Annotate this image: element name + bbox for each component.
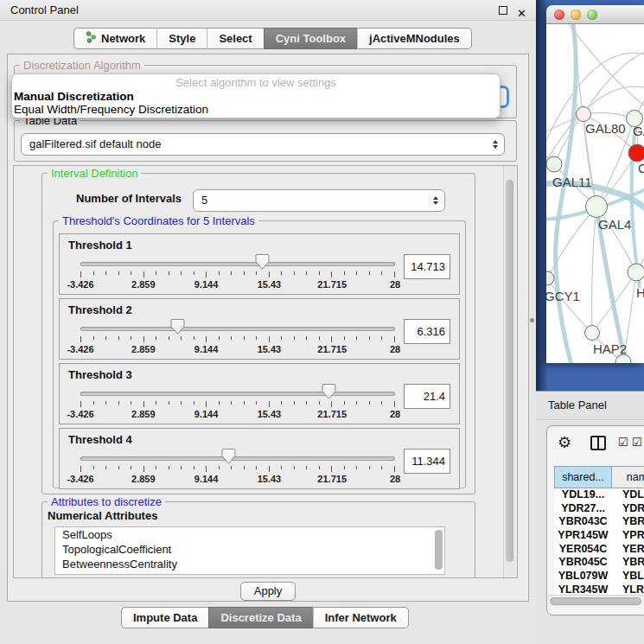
algorithm-option-equal-width-frequency-discretization[interactable]: Equal Width/Frequency Discretization [12, 103, 500, 116]
network-node-gcy1[interactable] [546, 271, 554, 285]
cell-name[interactable]: YBR0 [612, 515, 644, 529]
network-node-gal4[interactable] [586, 196, 608, 218]
slider-ticks [80, 336, 395, 342]
numerical-attributes-list[interactable]: SelfLoopsTopologicalCoefficientBetweenne… [54, 526, 445, 575]
threshold-4-value-input[interactable] [404, 449, 450, 474]
threshold-1-panel: Threshold 1-3.4262.8599.14415.4321.71528 [59, 233, 460, 295]
network-node-hap2[interactable] [585, 326, 600, 341]
threshold-1-slider-thumb[interactable] [255, 253, 270, 271]
tick-label: 21.715 [317, 474, 347, 484]
apply-button[interactable]: Apply [240, 582, 296, 601]
table-horizontal-scrollbar[interactable] [548, 595, 644, 606]
attributes-scrollbar-thumb[interactable] [435, 530, 443, 570]
cell-shared-name[interactable]: YER054C [554, 543, 612, 557]
threshold-2-slider-thumb[interactable] [170, 318, 185, 335]
table-data-combo[interactable]: galFiltered.sif default node [21, 133, 505, 156]
table-row[interactable]: YBL079WYBL0 [554, 570, 644, 583]
attribute-item-topologicalcoefficient[interactable]: TopologicalCoefficient [55, 542, 444, 557]
tick-mark [131, 336, 131, 340]
network-node-right[interactable] [628, 264, 644, 281]
float-panel-icon[interactable] [499, 6, 507, 15]
threshold-1-value-input[interactable] [404, 254, 450, 279]
desktop-background: GAL80GACGAL11GAL4GCY1HHAP2 [536, 0, 644, 391]
table-scrollbar-thumb[interactable] [550, 597, 641, 605]
cell-name[interactable]: YBL0 [612, 570, 644, 583]
threshold-2-slider-track[interactable] [80, 327, 395, 331]
threshold-4-slider-track[interactable] [80, 456, 395, 461]
cell-name[interactable]: YDR2 [612, 502, 644, 516]
tab-network[interactable]: Network [73, 28, 156, 49]
cell-name[interactable]: YBR0 [612, 556, 644, 570]
algorithm-option-manual-discretization[interactable]: Manual Discretization [12, 90, 500, 103]
tick-mark [319, 271, 320, 275]
tick-mark [306, 336, 307, 340]
tick-mark [105, 466, 106, 469]
cell-name[interactable]: YPR1 [612, 529, 644, 543]
tab-impute-data[interactable]: Impute Data [121, 607, 208, 628]
table-data-combo-value: galFiltered.sif default node [29, 137, 161, 150]
table-row[interactable]: YER054CYER0 [554, 543, 644, 557]
cell-shared-name[interactable]: YDL19... [554, 488, 612, 502]
tick-mark [206, 336, 207, 342]
table-row[interactable]: YBR045CYBR0 [554, 556, 644, 570]
cell-name[interactable]: YDL1 [612, 488, 644, 502]
tick-label: 28 [390, 279, 400, 290]
tab-label: Discretize Data [220, 611, 301, 624]
columns-icon[interactable] [590, 436, 606, 450]
checkbox-icon[interactable]: ☑ [632, 436, 642, 449]
tick-mark [93, 466, 94, 469]
tick-mark [256, 336, 257, 340]
algorithm-dropdown-popup: Select algorithm to view settings Manual… [11, 73, 501, 118]
cell-shared-name[interactable]: YPR145W [554, 529, 612, 543]
cell-shared-name[interactable]: YBL079W [554, 570, 612, 583]
tab-infer-network[interactable]: Infer Network [313, 607, 409, 628]
cell-shared-name[interactable]: YBR043C [554, 515, 612, 529]
cell-name[interactable]: YER0 [612, 543, 644, 557]
network-window-titlebar[interactable] [546, 5, 644, 24]
network-node-red[interactable] [628, 144, 644, 162]
settings-vertical-scrollbar[interactable] [503, 166, 515, 577]
table-row[interactable]: YPR145WYPR1 [554, 529, 644, 543]
column-header-name[interactable]: name [611, 466, 644, 488]
tick-mark [344, 401, 345, 405]
thresholds-group: Threshold's Coordinates for 5 Intervals … [53, 220, 466, 488]
tab-label: Cyni Toolbox [276, 32, 346, 45]
number-of-intervals-combo[interactable]: 5 [193, 189, 445, 212]
threshold-3-slider-thumb[interactable] [322, 383, 336, 400]
tab-cyni-toolbox[interactable]: Cyni Toolbox [264, 28, 357, 49]
column-header-shared[interactable]: shared... [554, 466, 612, 488]
tick-mark [231, 271, 232, 275]
threshold-2-value-input[interactable] [404, 319, 450, 344]
close-icon[interactable]: ✕ [517, 3, 526, 23]
slider-tick-labels: -3.4262.8599.14415.4321.71528 [80, 474, 395, 486]
checkbox-icon[interactable]: ☑ [618, 436, 628, 449]
threshold-1-slider-track[interactable] [80, 262, 395, 266]
gear-icon[interactable]: ⚙ [558, 433, 571, 451]
threshold-3-slider-track[interactable] [80, 392, 395, 396]
tick-label: 9.144 [194, 344, 219, 354]
split-pane-handle[interactable] [530, 318, 534, 322]
minimize-light-icon[interactable] [571, 10, 581, 20]
threshold-4-slider-thumb[interactable] [221, 448, 236, 465]
node-label-hap2: HAP2 [593, 341, 627, 356]
tab-jactivemnodules[interactable]: jActiveMNodules [357, 28, 472, 49]
tab-discretize-data[interactable]: Discretize Data [208, 607, 312, 628]
table-row[interactable]: YDL19...YDL1 [554, 488, 644, 502]
table-row[interactable]: YDR27...YDR2 [554, 502, 644, 516]
threshold-3-value-input[interactable] [404, 384, 450, 409]
tab-style[interactable]: Style [156, 28, 207, 49]
attribute-item-selfloops[interactable]: SelfLoops [55, 527, 444, 542]
settings-scrollbar-thumb[interactable] [506, 180, 513, 562]
tick-mark [105, 336, 106, 340]
attribute-item-betweennesscentrality[interactable]: BetweennessCentrality [55, 557, 444, 571]
network-node-gal80[interactable] [577, 107, 591, 122]
table-row[interactable]: YBR043CYBR0 [554, 515, 644, 529]
cell-shared-name[interactable]: YBR045C [554, 556, 612, 570]
tick-mark [219, 401, 220, 405]
network-node-gal11[interactable] [546, 156, 562, 172]
network-canvas[interactable]: GAL80GACGAL11GAL4GCY1HHAP2 [546, 24, 644, 363]
tab-select[interactable]: Select [207, 28, 263, 49]
zoom-light-icon[interactable] [587, 10, 597, 20]
cell-shared-name[interactable]: YDR27... [554, 502, 612, 516]
close-light-icon[interactable] [554, 10, 564, 20]
